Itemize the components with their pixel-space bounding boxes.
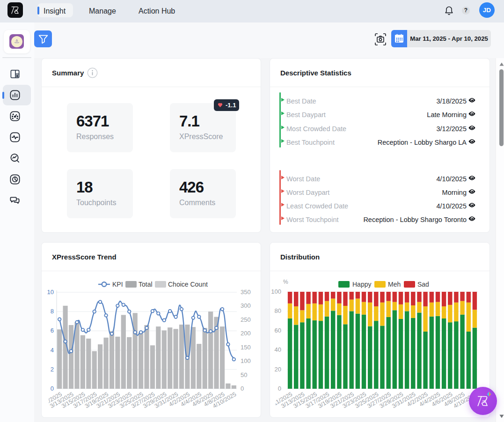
svg-text:Total: Total [139, 281, 153, 288]
svg-text:Sad: Sad [417, 281, 429, 288]
svg-text:60: 60 [275, 327, 281, 334]
svg-text:%: % [283, 279, 288, 285]
svg-text:350: 350 [241, 289, 251, 296]
svg-text:80: 80 [275, 307, 281, 314]
svg-text:0: 0 [241, 385, 244, 392]
svg-text:40: 40 [275, 346, 281, 353]
svg-text:2: 2 [51, 366, 54, 373]
svg-text:250: 250 [241, 316, 251, 323]
svg-text:0: 0 [278, 385, 281, 392]
svg-text:50: 50 [241, 371, 247, 378]
svg-text:150: 150 [241, 344, 251, 351]
svg-text:10: 10 [47, 289, 54, 296]
svg-text:20: 20 [275, 366, 281, 373]
svg-text:4: 4 [51, 347, 54, 354]
svg-text:300: 300 [241, 302, 251, 309]
svg-text:Meh: Meh [388, 281, 401, 288]
svg-text:6: 6 [51, 327, 54, 334]
svg-text:0: 0 [51, 385, 54, 392]
svg-text:100: 100 [241, 357, 251, 364]
svg-text:100: 100 [271, 288, 281, 295]
svg-text:8: 8 [51, 308, 54, 315]
svg-text:Happy: Happy [352, 281, 371, 288]
svg-text:Choice Count: Choice Count [168, 281, 208, 288]
svg-text:200: 200 [241, 330, 251, 337]
svg-text:KPI: KPI [112, 281, 123, 288]
